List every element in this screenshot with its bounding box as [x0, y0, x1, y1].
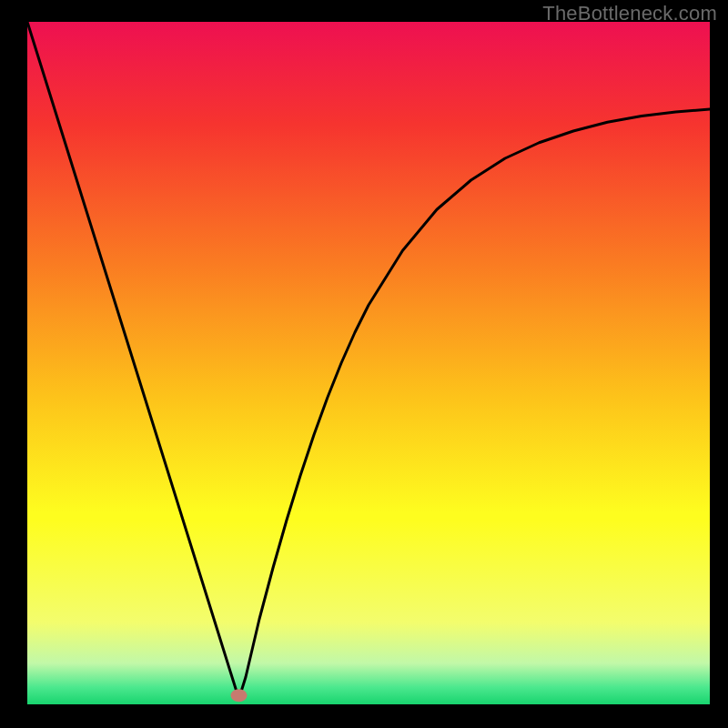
- plot-area: [27, 22, 710, 704]
- bottleneck-chart: [27, 22, 710, 704]
- optimum-marker: [231, 689, 248, 702]
- gradient-background: [27, 22, 710, 704]
- watermark-text: TheBottleneck.com: [542, 2, 717, 25]
- chart-frame: TheBottleneck.com: [0, 0, 728, 728]
